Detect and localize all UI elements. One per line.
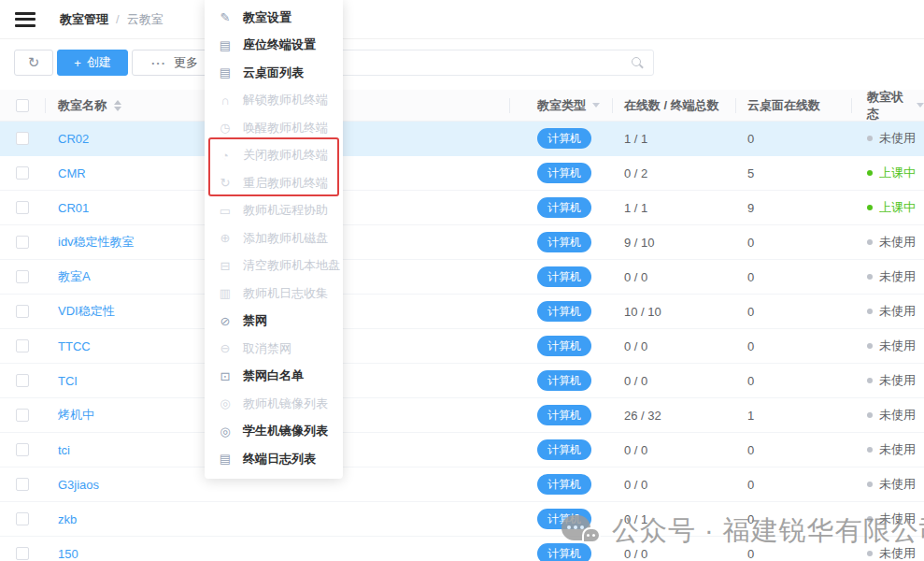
cloud-desktop-online-count: 5 bbox=[735, 166, 851, 180]
menu-item-student-mirror-list[interactable]: ◎ 学生机镜像列表 bbox=[205, 418, 343, 446]
breadcrumb-root[interactable]: 教室管理 bbox=[60, 11, 108, 28]
menu-item-restart-teacher-terminal[interactable]: ↻ 重启教师机终端 bbox=[205, 169, 343, 197]
cloud-desktop-online-count: 0 bbox=[735, 339, 851, 353]
menu-item-classroom-settings[interactable]: ✎ 教室设置 bbox=[205, 4, 343, 32]
menu-item-teacher-remote-assist[interactable]: ▭ 教师机远程协助 bbox=[205, 197, 343, 225]
room-name-link[interactable]: G3jiaos bbox=[58, 478, 99, 492]
status-label: 未使用 bbox=[879, 234, 916, 251]
refresh-button[interactable]: ↻ bbox=[14, 50, 53, 76]
menu-item-add-teacher-disk[interactable]: ⊕ 添加教师机磁盘 bbox=[205, 224, 343, 252]
room-name-link[interactable]: TCI bbox=[58, 374, 78, 388]
table-row[interactable]: tci 计算机 0 / 0 0 未使用 bbox=[0, 433, 924, 468]
select-all-checkbox[interactable] bbox=[16, 99, 29, 112]
menu-item-clear-teacher-local-disk[interactable]: ⊟ 清空教师机本地盘 bbox=[205, 252, 343, 280]
room-status: 未使用 bbox=[851, 476, 924, 493]
menu-item-teacher-log-collect[interactable]: ▥ 教师机日志收集 bbox=[205, 280, 343, 308]
room-name-link[interactable]: tci bbox=[58, 443, 70, 457]
menu-item-shutdown-teacher-terminal[interactable]: ◔ 关闭教师机终端 bbox=[205, 142, 343, 170]
status-label: 未使用 bbox=[879, 268, 916, 285]
room-name-link[interactable]: 150 bbox=[58, 547, 78, 561]
online-terminal-count: 0 / 0 bbox=[612, 270, 735, 284]
room-type-badge: 计算机 bbox=[537, 197, 591, 218]
row-checkbox[interactable] bbox=[16, 547, 29, 560]
table-row[interactable]: VDI稳定性 计算机 10 / 10 0 未使用 bbox=[0, 295, 924, 329]
row-checkbox[interactable] bbox=[16, 409, 29, 422]
status-label: 未使用 bbox=[879, 407, 916, 424]
cloud-desktop-online-count: 0 bbox=[735, 132, 851, 146]
table-row[interactable]: 烤机中 计算机 26 / 32 1 未使用 bbox=[0, 398, 924, 433]
table-row[interactable]: G3jiaos 计算机 0 / 0 0 未使用 bbox=[0, 468, 924, 502]
filter-caret-icon[interactable] bbox=[592, 103, 600, 108]
cloud-desktop-online-count: 0 bbox=[735, 270, 851, 284]
breadcrumb: 教室管理 / 云教室 bbox=[60, 11, 163, 28]
room-name-link[interactable]: TTCC bbox=[58, 339, 91, 353]
row-checkbox[interactable] bbox=[16, 166, 29, 180]
row-checkbox[interactable] bbox=[16, 132, 29, 145]
cloud-desktop-online-count: 1 bbox=[735, 409, 851, 423]
room-name-link[interactable]: VDI稳定性 bbox=[58, 303, 115, 320]
menu-item-unban-network[interactable]: ⊖ 取消禁网 bbox=[205, 335, 343, 363]
room-type-badge: 计算机 bbox=[537, 128, 591, 149]
table-row[interactable]: TTCC 计算机 0 / 0 0 未使用 bbox=[0, 329, 924, 364]
menu-item-ban-network[interactable]: ⊘ 禁网 bbox=[205, 308, 343, 336]
menu-item-label: 终端日志列表 bbox=[243, 451, 316, 468]
room-name-link[interactable]: CR01 bbox=[58, 201, 89, 215]
cloud-desktop-online-count: 0 bbox=[735, 443, 851, 457]
menu-item-unlock-teacher-terminal[interactable]: ∩ 解锁教师机终端 bbox=[205, 87, 343, 115]
column-header-status[interactable]: 教室状态 bbox=[851, 90, 924, 121]
menu-item-cloud-desktop-list[interactable]: ▤ 云桌面列表 bbox=[205, 59, 343, 87]
room-name-link[interactable]: idv稳定性教室 bbox=[58, 234, 135, 251]
room-name-link[interactable]: CR02 bbox=[58, 132, 89, 146]
unban-network-icon: ⊖ bbox=[218, 341, 233, 355]
menu-item-label: 关闭教师机终端 bbox=[243, 147, 328, 164]
online-terminal-count: 1 / 1 bbox=[612, 132, 735, 146]
room-status: 未使用 bbox=[851, 441, 924, 458]
menu-item-seat-terminal-settings[interactable]: ▤ 座位终端设置 bbox=[205, 32, 343, 60]
room-name-link[interactable]: zkb bbox=[58, 512, 77, 526]
row-checkbox[interactable] bbox=[16, 443, 29, 456]
sort-icon[interactable] bbox=[114, 100, 121, 111]
row-checkbox[interactable] bbox=[16, 339, 29, 352]
room-status: 未使用 bbox=[851, 338, 924, 354]
status-dot bbox=[867, 343, 873, 349]
row-checkbox[interactable] bbox=[16, 236, 29, 249]
table-row[interactable]: CMR 计算机 0 / 2 5 上课中 bbox=[0, 156, 924, 191]
menu-item-wake-teacher-terminal[interactable]: ◷ 唤醒教师机终端 bbox=[205, 114, 343, 142]
status-dot bbox=[867, 482, 873, 487]
row-checkbox[interactable] bbox=[16, 201, 29, 214]
online-terminal-count: 1 / 1 bbox=[612, 201, 735, 215]
room-type-badge: 计算机 bbox=[537, 301, 591, 322]
more-button-label: 更多 bbox=[174, 54, 198, 71]
power-off-icon: ◔ bbox=[218, 149, 233, 163]
online-terminal-count: 0 / 0 bbox=[612, 374, 735, 388]
hamburger-menu-icon[interactable] bbox=[15, 12, 36, 27]
watermark-text: 公众号 · 福建锐华有限公司 bbox=[612, 512, 924, 550]
menu-item-label: 禁网 bbox=[243, 312, 267, 329]
table-row[interactable]: CR01 计算机 1 / 1 9 上课中 bbox=[0, 191, 924, 225]
row-checkbox[interactable] bbox=[16, 305, 29, 318]
filter-caret-icon[interactable] bbox=[917, 103, 924, 108]
column-header-type[interactable]: 教室类型 bbox=[509, 90, 612, 121]
row-checkbox[interactable] bbox=[16, 478, 29, 491]
clear-disk-icon: ⊟ bbox=[218, 259, 233, 273]
room-type-badge: 计算机 bbox=[537, 163, 591, 183]
table-row[interactable]: TCI 计算机 0 / 0 0 未使用 bbox=[0, 364, 924, 398]
create-button[interactable]: + 创建 bbox=[57, 50, 128, 76]
table-row[interactable]: idv稳定性教室 计算机 9 / 10 0 未使用 bbox=[0, 225, 924, 260]
menu-item-network-whitelist[interactable]: ⊡ 禁网白名单 bbox=[205, 363, 343, 391]
menu-item-teacher-mirror-list[interactable]: ◎ 教师机镜像列表 bbox=[205, 390, 343, 418]
row-checkbox[interactable] bbox=[16, 270, 29, 283]
table-row[interactable]: CR02 计算机 1 / 1 0 未使用 bbox=[0, 122, 924, 156]
row-checkbox[interactable] bbox=[16, 512, 29, 525]
table-row[interactable]: 教室A 计算机 0 / 0 0 未使用 bbox=[0, 260, 924, 295]
status-dot bbox=[867, 412, 873, 418]
online-terminal-count: 10 / 10 bbox=[612, 305, 735, 319]
room-name-link[interactable]: 教室A bbox=[58, 268, 91, 285]
room-name-link[interactable]: CMR bbox=[58, 166, 86, 180]
menu-item-terminal-log-list[interactable]: ▤ 终端日志列表 bbox=[205, 445, 343, 473]
row-checkbox[interactable] bbox=[16, 374, 29, 387]
column-header-online: 在线数 / 终端总数 bbox=[612, 90, 735, 121]
ban-network-icon: ⊘ bbox=[218, 314, 233, 328]
room-name-link[interactable]: 烤机中 bbox=[58, 407, 94, 424]
room-type-badge: 计算机 bbox=[537, 370, 591, 391]
